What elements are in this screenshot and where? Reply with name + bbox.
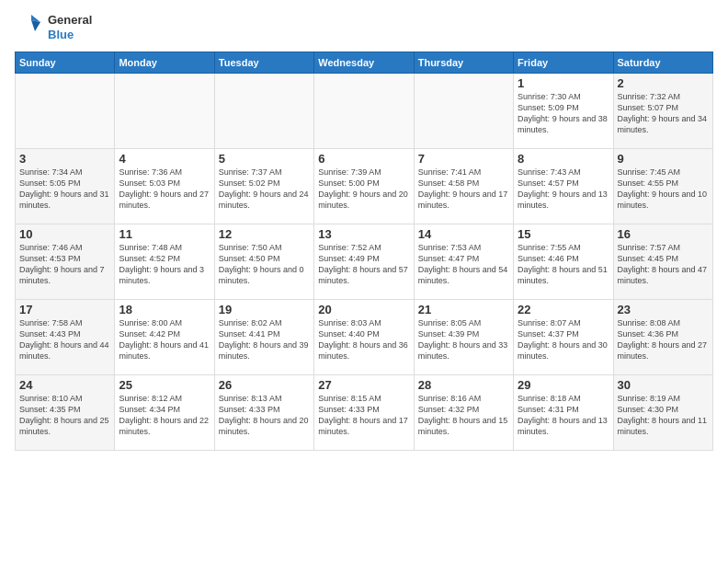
day-info: Sunrise: 7:58 AMSunset: 4:43 PMDaylight:… xyxy=(19,317,110,362)
svg-rect-0 xyxy=(15,11,44,44)
table-row: 11Sunrise: 7:48 AMSunset: 4:52 PMDayligh… xyxy=(115,224,214,300)
table-row: 15Sunrise: 7:55 AMSunset: 4:46 PMDayligh… xyxy=(514,224,613,300)
day-info: Sunrise: 8:10 AMSunset: 4:35 PMDaylight:… xyxy=(19,393,110,438)
day-number: 5 xyxy=(219,152,310,166)
day-number: 3 xyxy=(19,152,110,166)
calendar-week-row: 10Sunrise: 7:46 AMSunset: 4:53 PMDayligh… xyxy=(16,224,713,300)
day-number: 15 xyxy=(518,227,609,241)
table-row xyxy=(214,74,313,149)
day-number: 21 xyxy=(418,303,509,316)
day-number: 8 xyxy=(518,152,609,166)
table-row: 10Sunrise: 7:46 AMSunset: 4:53 PMDayligh… xyxy=(16,224,115,300)
table-row: 9Sunrise: 7:45 AMSunset: 4:55 PMDaylight… xyxy=(613,149,712,224)
day-number: 18 xyxy=(119,303,210,316)
table-row: 21Sunrise: 8:05 AMSunset: 4:39 PMDayligh… xyxy=(414,300,513,375)
table-row: 30Sunrise: 8:19 AMSunset: 4:30 PMDayligh… xyxy=(613,375,712,451)
day-info: Sunrise: 7:46 AMSunset: 4:53 PMDaylight:… xyxy=(19,242,110,287)
table-row: 28Sunrise: 8:16 AMSunset: 4:32 PMDayligh… xyxy=(414,375,513,451)
col-friday: Friday xyxy=(514,52,613,74)
day-info: Sunrise: 7:37 AMSunset: 5:02 PMDaylight:… xyxy=(219,167,310,212)
day-info: Sunrise: 7:55 AMSunset: 4:46 PMDaylight:… xyxy=(518,242,609,287)
table-row: 24Sunrise: 8:10 AMSunset: 4:35 PMDayligh… xyxy=(16,375,115,451)
day-info: Sunrise: 7:50 AMSunset: 4:50 PMDaylight:… xyxy=(219,242,310,287)
day-info: Sunrise: 7:34 AMSunset: 5:05 PMDaylight:… xyxy=(19,167,110,212)
table-row: 22Sunrise: 8:07 AMSunset: 4:37 PMDayligh… xyxy=(514,300,613,375)
day-info: Sunrise: 8:12 AMSunset: 4:34 PMDaylight:… xyxy=(119,393,210,438)
day-info: Sunrise: 8:08 AMSunset: 4:36 PMDaylight:… xyxy=(618,317,709,362)
table-row: 12Sunrise: 7:50 AMSunset: 4:50 PMDayligh… xyxy=(214,224,313,300)
table-row: 14Sunrise: 7:53 AMSunset: 4:47 PMDayligh… xyxy=(414,224,513,300)
table-row xyxy=(414,74,513,149)
table-row: 18Sunrise: 8:00 AMSunset: 4:42 PMDayligh… xyxy=(115,300,214,375)
table-row xyxy=(16,74,115,149)
day-number: 11 xyxy=(119,227,210,241)
day-info: Sunrise: 7:48 AMSunset: 4:52 PMDaylight:… xyxy=(119,242,210,287)
table-row: 23Sunrise: 8:08 AMSunset: 4:36 PMDayligh… xyxy=(613,300,712,375)
day-info: Sunrise: 8:05 AMSunset: 4:39 PMDaylight:… xyxy=(418,317,509,362)
calendar: Sunday Monday Tuesday Wednesday Thursday… xyxy=(15,52,713,451)
table-row: 17Sunrise: 7:58 AMSunset: 4:43 PMDayligh… xyxy=(16,300,115,375)
day-number: 24 xyxy=(19,378,110,392)
calendar-week-row: 24Sunrise: 8:10 AMSunset: 4:35 PMDayligh… xyxy=(16,375,713,451)
table-row: 19Sunrise: 8:02 AMSunset: 4:41 PMDayligh… xyxy=(214,300,313,375)
day-info: Sunrise: 8:15 AMSunset: 4:33 PMDaylight:… xyxy=(318,393,409,438)
calendar-header-row: Sunday Monday Tuesday Wednesday Thursday… xyxy=(16,52,713,74)
day-number: 22 xyxy=(518,303,609,316)
day-number: 16 xyxy=(618,227,709,241)
day-number: 27 xyxy=(318,378,409,392)
day-number: 7 xyxy=(418,152,509,166)
day-number: 20 xyxy=(318,303,409,316)
day-info: Sunrise: 8:18 AMSunset: 4:31 PMDaylight:… xyxy=(518,393,609,438)
logo-blue-text: Blue xyxy=(48,28,92,42)
day-info: Sunrise: 8:13 AMSunset: 4:33 PMDaylight:… xyxy=(219,393,310,438)
table-row: 20Sunrise: 8:03 AMSunset: 4:40 PMDayligh… xyxy=(314,300,414,375)
day-number: 30 xyxy=(618,378,709,392)
day-info: Sunrise: 7:53 AMSunset: 4:47 PMDaylight:… xyxy=(418,242,509,287)
col-saturday: Saturday xyxy=(613,52,712,74)
day-info: Sunrise: 7:43 AMSunset: 4:57 PMDaylight:… xyxy=(518,167,609,212)
logo: General Blue xyxy=(15,11,92,44)
calendar-week-row: 1Sunrise: 7:30 AMSunset: 5:09 PMDaylight… xyxy=(16,74,713,149)
day-info: Sunrise: 7:52 AMSunset: 4:49 PMDaylight:… xyxy=(318,242,409,287)
day-info: Sunrise: 8:19 AMSunset: 4:30 PMDaylight:… xyxy=(618,393,709,438)
col-sunday: Sunday xyxy=(16,52,115,74)
day-number: 13 xyxy=(318,227,409,241)
col-monday: Monday xyxy=(115,52,214,74)
day-info: Sunrise: 7:39 AMSunset: 5:00 PMDaylight:… xyxy=(318,167,409,212)
day-number: 2 xyxy=(618,76,709,90)
day-number: 6 xyxy=(318,152,409,166)
day-number: 14 xyxy=(418,227,509,241)
table-row: 2Sunrise: 7:32 AMSunset: 5:07 PMDaylight… xyxy=(613,74,712,149)
day-number: 29 xyxy=(518,378,609,392)
col-tuesday: Tuesday xyxy=(214,52,313,74)
day-number: 4 xyxy=(119,152,210,166)
day-info: Sunrise: 7:41 AMSunset: 4:58 PMDaylight:… xyxy=(418,167,509,212)
table-row: 8Sunrise: 7:43 AMSunset: 4:57 PMDaylight… xyxy=(514,149,613,224)
day-number: 26 xyxy=(219,378,310,392)
calendar-week-row: 17Sunrise: 7:58 AMSunset: 4:43 PMDayligh… xyxy=(16,300,713,375)
table-row: 27Sunrise: 8:15 AMSunset: 4:33 PMDayligh… xyxy=(314,375,414,451)
day-number: 23 xyxy=(618,303,709,316)
day-number: 17 xyxy=(19,303,110,316)
day-info: Sunrise: 7:57 AMSunset: 4:45 PMDaylight:… xyxy=(618,242,709,287)
table-row: 29Sunrise: 8:18 AMSunset: 4:31 PMDayligh… xyxy=(514,375,613,451)
table-row: 16Sunrise: 7:57 AMSunset: 4:45 PMDayligh… xyxy=(613,224,712,300)
day-info: Sunrise: 8:07 AMSunset: 4:37 PMDaylight:… xyxy=(518,317,609,362)
table-row: 5Sunrise: 7:37 AMSunset: 5:02 PMDaylight… xyxy=(214,149,313,224)
table-row: 13Sunrise: 7:52 AMSunset: 4:49 PMDayligh… xyxy=(314,224,414,300)
table-row: 4Sunrise: 7:36 AMSunset: 5:03 PMDaylight… xyxy=(115,149,214,224)
day-number: 25 xyxy=(119,378,210,392)
day-info: Sunrise: 7:45 AMSunset: 4:55 PMDaylight:… xyxy=(618,167,709,212)
day-info: Sunrise: 7:32 AMSunset: 5:07 PMDaylight:… xyxy=(618,91,709,136)
table-row: 3Sunrise: 7:34 AMSunset: 5:05 PMDaylight… xyxy=(16,149,115,224)
day-number: 19 xyxy=(219,303,310,316)
day-info: Sunrise: 8:03 AMSunset: 4:40 PMDaylight:… xyxy=(318,317,409,362)
day-number: 28 xyxy=(418,378,509,392)
table-row xyxy=(314,74,414,149)
day-info: Sunrise: 7:36 AMSunset: 5:03 PMDaylight:… xyxy=(119,167,210,212)
col-thursday: Thursday xyxy=(414,52,513,74)
col-wednesday: Wednesday xyxy=(314,52,414,74)
logo-general-text: General xyxy=(48,13,92,28)
table-row: 1Sunrise: 7:30 AMSunset: 5:09 PMDaylight… xyxy=(514,74,613,149)
day-number: 12 xyxy=(219,227,310,241)
